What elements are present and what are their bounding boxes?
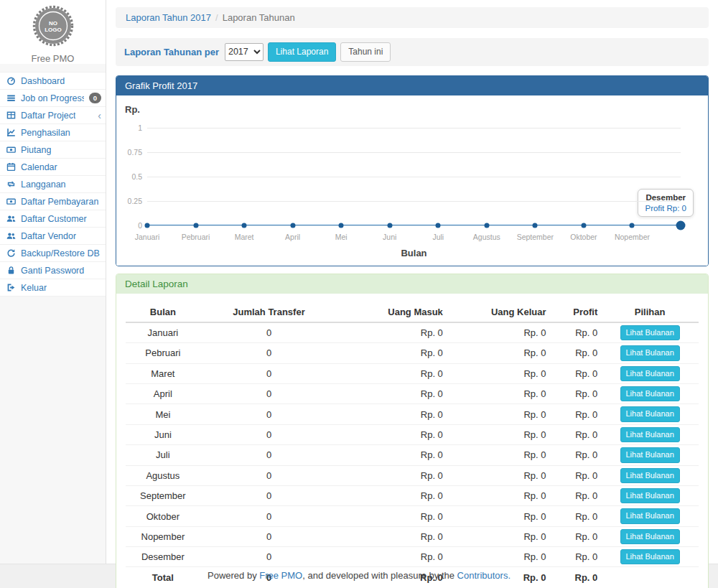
- sidebar-item-daftar-pembayaran[interactable]: Daftar Pembayaran: [0, 193, 106, 210]
- column-header-jumlah-transfer: Jumlah Transfer: [200, 302, 338, 322]
- sidebar-item-backup-restore-db[interactable]: Backup/Restore DB: [0, 245, 106, 262]
- chart-point-oktober[interactable]: [581, 223, 586, 228]
- bulan-cell: Agustus: [126, 465, 200, 485]
- refresh-icon: [6, 248, 16, 258]
- sidebar-item-label: Daftar Pembayaran: [21, 197, 98, 207]
- chart-point-mei[interactable]: [339, 223, 344, 228]
- uang-keluar-cell: Rp. 0: [447, 445, 550, 465]
- chart-point-nopember[interactable]: [630, 223, 635, 228]
- chart-y-tick: 0.75: [120, 148, 142, 157]
- chart-point-desember[interactable]: [676, 220, 686, 230]
- year-select[interactable]: 2017: [225, 43, 264, 61]
- total-label-cell: Total: [126, 567, 200, 586]
- chart-y-axis-label: Rp.: [125, 104, 140, 115]
- lihat-bulanan-button-juli[interactable]: Lihat Bulanan: [620, 447, 680, 462]
- sidebar-item-penghasilan[interactable]: Penghasilan: [0, 124, 106, 141]
- chart-point-januari[interactable]: [145, 223, 150, 228]
- table-row-maret: Maret0Rp. 0Rp. 0Rp. 0Lihat Bulanan: [126, 363, 699, 383]
- sidebar-item-langganan[interactable]: Langganan: [0, 176, 106, 193]
- chart-point-april[interactable]: [290, 223, 295, 228]
- bulan-cell: September: [126, 485, 200, 505]
- table-row-juni: Juni0Rp. 0Rp. 0Rp. 0Lihat Bulanan: [126, 424, 699, 444]
- breadcrumb: Laporan Tahun 2017/Laporan Tahunan: [116, 7, 709, 28]
- lihat-laporan-button[interactable]: Lihat Laporan: [268, 42, 336, 62]
- sidebar-item-label: Keluar: [21, 283, 47, 293]
- lihat-bulanan-button-maret[interactable]: Lihat Bulanan: [620, 366, 680, 381]
- chart-x-tick: September: [517, 233, 554, 241]
- lihat-bulanan-button-pebruari[interactable]: Lihat Bulanan: [620, 345, 680, 360]
- uang-masuk-cell: Rp. 0: [337, 465, 447, 485]
- uang-masuk-cell: Rp. 0: [337, 383, 447, 403]
- chart-point-agustus[interactable]: [484, 223, 489, 228]
- lihat-bulanan-button-januari[interactable]: Lihat Bulanan: [620, 325, 680, 340]
- sidebar-item-daftar-vendor[interactable]: Daftar Vendor: [0, 228, 106, 245]
- lihat-bulanan-button-april[interactable]: Lihat Bulanan: [620, 386, 680, 401]
- lihat-bulanan-button-nopember[interactable]: Lihat Bulanan: [620, 529, 680, 544]
- sidebar-item-label: Daftar Vendor: [21, 231, 76, 241]
- chart-y-tick: 0: [120, 221, 142, 230]
- tahun-ini-button[interactable]: Tahun ini: [340, 42, 391, 62]
- uang-keluar-cell: Rp. 0: [447, 424, 550, 444]
- profit-cell: Rp. 0: [549, 526, 601, 546]
- pilihan-cell: Lihat Bulanan: [601, 363, 699, 383]
- chart-x-tick: Maret: [235, 233, 254, 241]
- jumlah-transfer-cell: 0: [200, 465, 338, 485]
- pilihan-cell: Lihat Bulanan: [601, 343, 699, 363]
- chart-gridline: [147, 152, 681, 153]
- column-header-pilihan: Pilihan: [601, 302, 699, 322]
- lihat-bulanan-button-agustus[interactable]: Lihat Bulanan: [620, 468, 680, 483]
- chart-point-juni[interactable]: [387, 223, 392, 228]
- pilihan-cell: Lihat Bulanan: [601, 547, 699, 567]
- sidebar-item-keluar[interactable]: Keluar: [0, 279, 106, 297]
- sidebar-item-dashboard[interactable]: Dashboard: [0, 73, 106, 90]
- profit-cell: Rp. 0: [549, 343, 601, 363]
- jumlah-transfer-cell: 0: [200, 445, 338, 465]
- pilihan-cell: Lihat Bulanan: [601, 506, 699, 526]
- chart-panel-title: Grafik Profit 2017: [116, 76, 708, 95]
- lihat-bulanan-button-juni[interactable]: Lihat Bulanan: [620, 427, 680, 442]
- breadcrumb-link-laporan-tahun[interactable]: Laporan Tahun 2017: [126, 12, 211, 23]
- chart-point-juli[interactable]: [436, 223, 441, 228]
- uang-keluar-cell: Rp. 0: [447, 363, 550, 383]
- lihat-bulanan-button-september[interactable]: Lihat Bulanan: [620, 488, 680, 503]
- sidebar-item-daftar-customer[interactable]: Daftar Customer: [0, 210, 106, 228]
- sidebar-item-job-on-progress[interactable]: Job on Progress0: [0, 90, 106, 107]
- chart-point-september[interactable]: [533, 223, 538, 228]
- jumlah-transfer-cell: 0: [200, 383, 338, 403]
- jumlah-transfer-cell: 0: [200, 363, 338, 383]
- lihat-bulanan-button-mei[interactable]: Lihat Bulanan: [620, 406, 680, 421]
- pilihan-cell: Lihat Bulanan: [601, 445, 699, 465]
- chart-gridline: [147, 201, 681, 202]
- chart-y-tick: 1: [120, 123, 142, 132]
- bulan-cell: Pebruari: [126, 343, 200, 363]
- uang-masuk-cell: Rp. 0: [337, 485, 447, 505]
- footer-link-contributors[interactable]: Contributors.: [457, 570, 510, 581]
- jumlah-transfer-cell: 0: [200, 343, 338, 363]
- chart-y-tick: 0.25: [120, 197, 142, 205]
- bulan-cell: Juli: [126, 445, 200, 465]
- table-row-nopember: Nopember0Rp. 0Rp. 0Rp. 0Lihat Bulanan: [126, 526, 699, 546]
- table-row-mei: Mei0Rp. 0Rp. 0Rp. 0Lihat Bulanan: [126, 404, 699, 424]
- column-header-profit: Profit: [549, 302, 601, 322]
- jumlah-transfer-cell: 0: [200, 424, 338, 444]
- sidebar-item-calendar[interactable]: Calendar: [0, 159, 106, 176]
- chart-point-maret[interactable]: [242, 223, 247, 228]
- chart-point-pebruari[interactable]: [193, 223, 198, 228]
- sidebar-item-label: Dashboard: [21, 76, 65, 86]
- sidebar-item-ganti-password[interactable]: Ganti Password: [0, 262, 106, 279]
- users-icon: [6, 214, 16, 223]
- logo-text-line1: NO: [49, 20, 57, 27]
- uang-keluar-cell: Rp. 0: [447, 383, 550, 403]
- brand-name: Free PMO: [0, 53, 106, 64]
- lihat-bulanan-button-oktober[interactable]: Lihat Bulanan: [620, 508, 680, 523]
- table-row-september: September0Rp. 0Rp. 0Rp. 0Lihat Bulanan: [126, 485, 699, 505]
- chart-gridline: [147, 177, 681, 177]
- footer-text-prefix: Powered by: [208, 570, 259, 581]
- chart-x-tick: Mei: [335, 233, 348, 241]
- lihat-bulanan-button-desember[interactable]: Lihat Bulanan: [620, 549, 680, 564]
- footer-link-free-pmo[interactable]: Free PMO: [259, 570, 302, 581]
- report-filter-bar: Laporan Tahunan per 2017 Lihat Laporan T…: [116, 38, 709, 66]
- sidebar-item-piutang[interactable]: Piutang: [0, 141, 106, 159]
- profit-cell: Rp. 0: [549, 404, 601, 424]
- sidebar-item-daftar-project[interactable]: Daftar Project‹: [0, 107, 106, 124]
